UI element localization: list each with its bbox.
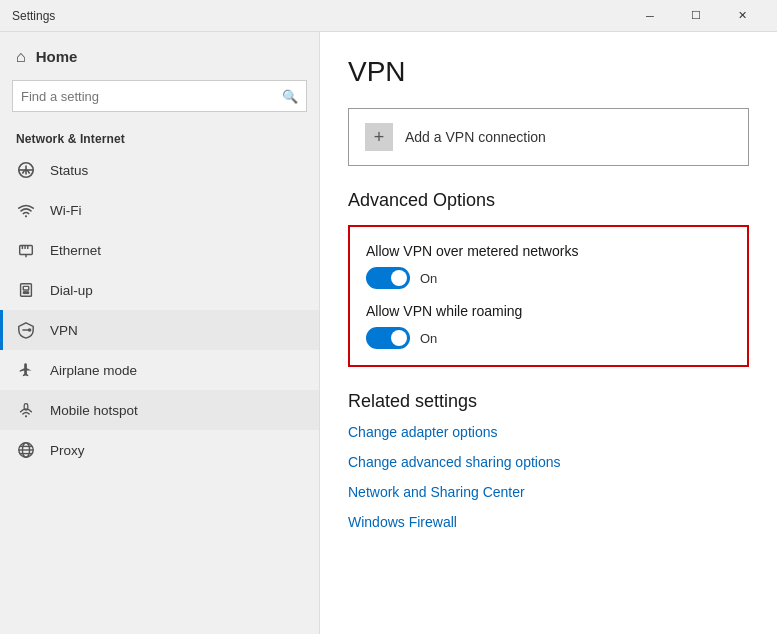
sidebar-home[interactable]: ⌂Home — [0, 32, 319, 74]
proxy-label: Proxy — [50, 443, 85, 458]
wifi-label: Wi-Fi — [50, 203, 81, 218]
toggle-roaming-switch[interactable] — [366, 327, 410, 349]
section-label: Network & Internet — [0, 124, 319, 150]
search-input[interactable] — [21, 89, 282, 104]
svg-point-16 — [28, 328, 32, 332]
toggle-metered-state: On — [420, 271, 437, 286]
svg-rect-4 — [20, 246, 33, 255]
plus-icon: + — [365, 123, 393, 151]
app-title: Settings — [12, 9, 55, 23]
svg-point-14 — [27, 292, 29, 294]
sidebar-item-vpn[interactable]: VPN — [0, 310, 319, 350]
airplane-icon — [16, 360, 36, 380]
vpn-icon — [16, 320, 36, 340]
proxy-icon — [16, 440, 36, 460]
advanced-options-box: Allow VPN over metered networks On Allow… — [348, 225, 749, 367]
toggle-metered-control: On — [366, 267, 731, 289]
minimize-button[interactable]: ─ — [627, 0, 673, 32]
toggle-roaming: Allow VPN while roaming On — [366, 303, 731, 349]
related-link-sharing-center[interactable]: Network and Sharing Center — [348, 484, 749, 500]
close-button[interactable]: ✕ — [719, 0, 765, 32]
wifi-icon — [16, 200, 36, 220]
toggle-roaming-control: On — [366, 327, 731, 349]
sidebar: ⌂Home 🔍 Network & Internet Status — [0, 32, 320, 634]
related-link-sharing[interactable]: Change advanced sharing options — [348, 454, 749, 470]
sidebar-item-wifi[interactable]: Wi-Fi — [0, 190, 319, 230]
dialup-icon — [16, 280, 36, 300]
search-icon: 🔍 — [282, 89, 298, 104]
ethernet-label: Ethernet — [50, 243, 101, 258]
toggle-metered: Allow VPN over metered networks On — [366, 243, 731, 289]
toggle-metered-switch[interactable] — [366, 267, 410, 289]
advanced-options-title: Advanced Options — [348, 190, 749, 211]
related-link-adapter[interactable]: Change adapter options — [348, 424, 749, 440]
window-controls: ─ ☐ ✕ — [627, 0, 765, 32]
sidebar-item-airplane[interactable]: Airplane mode — [0, 350, 319, 390]
toggle-metered-label: Allow VPN over metered networks — [366, 243, 731, 259]
content-area: VPN + Add a VPN connection Advanced Opti… — [320, 32, 777, 634]
svg-rect-11 — [23, 286, 28, 290]
page-title: VPN — [348, 56, 749, 88]
hotspot-icon — [16, 400, 36, 420]
dialup-label: Dial-up — [50, 283, 93, 298]
status-icon — [16, 160, 36, 180]
title-bar: Settings ─ ☐ ✕ — [0, 0, 777, 32]
related-settings-title: Related settings — [348, 391, 749, 412]
add-vpn-button[interactable]: + Add a VPN connection — [348, 108, 749, 166]
ethernet-icon — [16, 240, 36, 260]
toggle-roaming-label: Allow VPN while roaming — [366, 303, 731, 319]
toggle-roaming-state: On — [420, 331, 437, 346]
sidebar-item-status[interactable]: Status — [0, 150, 319, 190]
svg-point-3 — [25, 215, 27, 217]
sidebar-item-proxy[interactable]: Proxy — [0, 430, 319, 470]
vpn-label: VPN — [50, 323, 78, 338]
airplane-label: Airplane mode — [50, 363, 137, 378]
add-vpn-label: Add a VPN connection — [405, 129, 546, 145]
sidebar-item-dialup[interactable]: Dial-up — [0, 270, 319, 310]
sidebar-item-hotspot[interactable]: Mobile hotspot — [0, 390, 319, 430]
hotspot-label: Mobile hotspot — [50, 403, 138, 418]
maximize-button[interactable]: ☐ — [673, 0, 719, 32]
related-link-firewall[interactable]: Windows Firewall — [348, 514, 749, 530]
status-label: Status — [50, 163, 88, 178]
search-box[interactable]: 🔍 — [12, 80, 307, 112]
svg-point-17 — [25, 415, 27, 417]
sidebar-item-ethernet[interactable]: Ethernet — [0, 230, 319, 270]
app-body: ⌂Home 🔍 Network & Internet Status — [0, 32, 777, 634]
